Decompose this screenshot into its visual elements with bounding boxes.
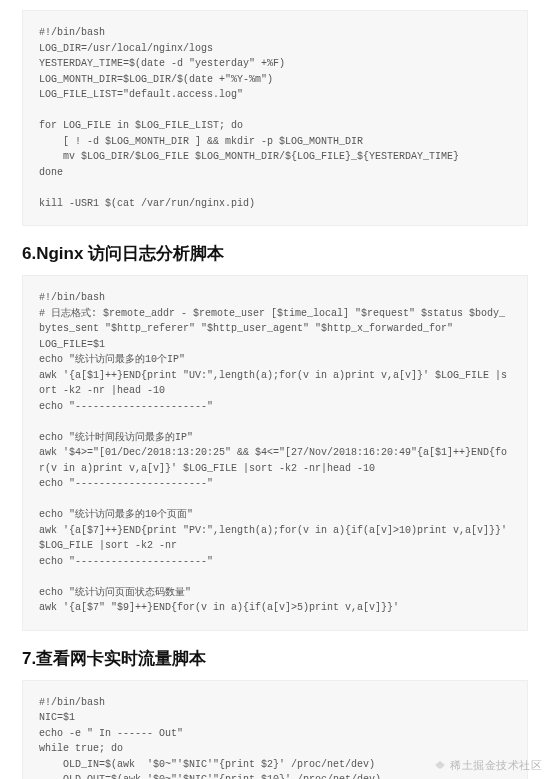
section-heading-6: 6.Nginx 访问日志分析脚本 xyxy=(22,242,528,265)
article-page: #!/bin/bash LOG_DIR=/usr/local/nginx/log… xyxy=(0,0,550,779)
juejin-icon xyxy=(434,760,446,772)
code-block-1: #!/bin/bash LOG_DIR=/usr/local/nginx/log… xyxy=(22,10,528,226)
watermark-text: 稀土掘金技术社区 xyxy=(450,758,542,773)
code-block-2: #!/bin/bash # 日志格式: $remote_addr - $remo… xyxy=(22,275,528,631)
section-heading-7: 7.查看网卡实时流量脚本 xyxy=(22,647,528,670)
watermark: 稀土掘金技术社区 xyxy=(434,758,542,773)
